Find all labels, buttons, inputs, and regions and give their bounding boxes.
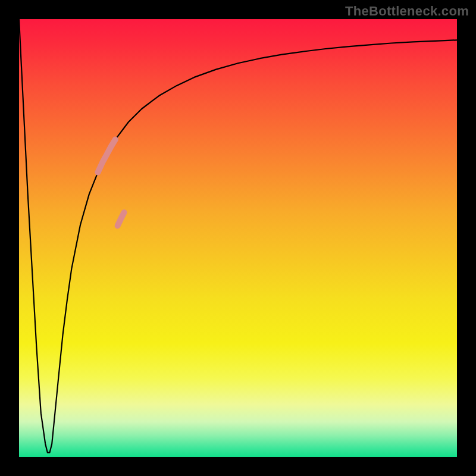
watermark-text: TheBottleneck.com [345, 4, 469, 19]
chart-container: TheBottleneck.com [0, 0, 476, 476]
plot-gradient-background [19, 19, 457, 457]
plot-frame [19, 19, 457, 457]
